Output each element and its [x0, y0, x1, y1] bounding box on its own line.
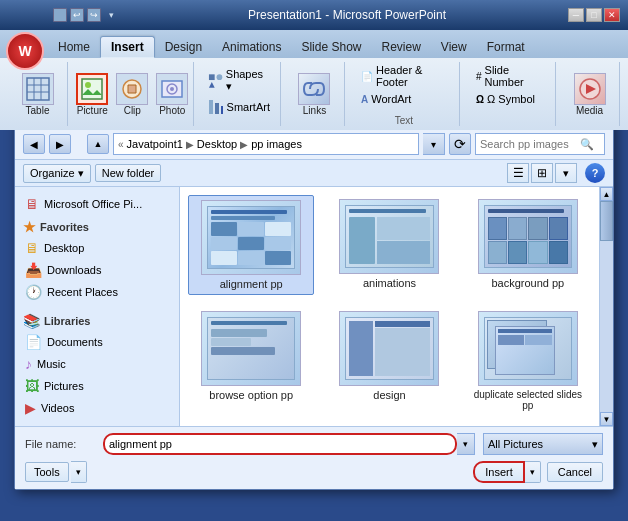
link-button[interactable]: Links: [296, 71, 332, 118]
close-button[interactable]: ✕: [604, 8, 620, 22]
help-button[interactable]: ?: [585, 163, 605, 183]
insert-button-wrap: Insert ▾: [473, 461, 541, 483]
wordart-button[interactable]: A WordArt: [357, 91, 415, 107]
filename-input[interactable]: [103, 433, 457, 455]
sidebar-item-documents-label: Documents: [47, 336, 103, 348]
svg-point-6: [85, 82, 91, 88]
symbol-button[interactable]: Ω Ω Symbol: [472, 91, 539, 107]
office-button[interactable]: W: [6, 32, 44, 70]
desktop-icon: 🖥: [25, 240, 39, 256]
table-label: Table: [26, 105, 50, 116]
libraries-icon: 📚: [23, 313, 40, 329]
breadcrumb-item-3[interactable]: pp images: [251, 138, 302, 150]
table-button[interactable]: Table: [20, 71, 56, 118]
sidebar-item-desktop-label: Desktop: [44, 242, 84, 254]
pictures-icon: 🖼: [25, 378, 39, 394]
file-label-background: background pp: [491, 277, 564, 289]
file-thumb-browse: [201, 311, 301, 386]
address-dropdown[interactable]: ▾: [423, 133, 445, 155]
file-item-duplicate[interactable]: duplicate selected slides pp: [465, 307, 591, 415]
cancel-label: Cancel: [558, 466, 592, 478]
sidebar-item-recent[interactable]: 🕐 Recent Places: [15, 281, 179, 303]
file-item-design[interactable]: design: [326, 307, 452, 415]
quick-undo-icon[interactable]: ↩: [70, 8, 84, 22]
insert-arrow-button[interactable]: ▾: [525, 461, 541, 483]
header-footer-button[interactable]: 📄 Header & Footer: [357, 62, 451, 90]
photo-button[interactable]: Photo: [154, 71, 190, 118]
back-button[interactable]: ◀: [23, 134, 45, 154]
links-label: Links: [303, 105, 326, 116]
documents-icon: 📄: [25, 334, 42, 350]
sidebar-item-msoffice[interactable]: 🖥 Microsoft Office Pi...: [15, 193, 179, 215]
quick-redo-icon[interactable]: ↪: [87, 8, 101, 22]
file-thumb-background: [478, 199, 578, 274]
minimize-button[interactable]: ─: [568, 8, 584, 22]
tools-arrow-button[interactable]: ▾: [71, 461, 87, 483]
file-label-animations: animations: [363, 277, 416, 289]
organize-button[interactable]: Organize ▾: [23, 164, 91, 183]
media-button[interactable]: Media: [572, 71, 608, 118]
msoffice-icon: 🖥: [25, 196, 39, 212]
filetype-dropdown[interactable]: All Pictures ▾: [483, 433, 603, 455]
shapes-button[interactable]: Shapes ▾: [204, 66, 274, 95]
photo-label: Photo: [159, 105, 185, 116]
tab-view[interactable]: View: [431, 36, 477, 58]
file-item-alignment[interactable]: alignment pp ←: [188, 195, 314, 295]
breadcrumb-item-2-label: Desktop: [197, 138, 237, 150]
smartart-button[interactable]: SmartArt: [204, 97, 274, 117]
ribbon-group-images: Picture Clip: [72, 62, 194, 126]
customize-icon[interactable]: ▾: [104, 8, 118, 22]
clip-button[interactable]: Clip: [114, 71, 150, 118]
videos-icon: ▶: [25, 400, 36, 416]
tab-home[interactable]: Home: [48, 36, 100, 58]
scrollbar-down-button[interactable]: ▼: [600, 412, 613, 426]
breadcrumb-item-2[interactable]: Desktop: [197, 138, 237, 150]
sidebar-item-downloads[interactable]: 📥 Downloads: [15, 259, 179, 281]
quick-save-icon[interactable]: [53, 8, 67, 22]
tab-slideshow[interactable]: Slide Show: [291, 36, 371, 58]
sidebar-item-documents[interactable]: 📄 Documents: [15, 331, 179, 353]
breadcrumb-item-1[interactable]: Javatpoint1: [127, 138, 183, 150]
tools-button[interactable]: Tools: [25, 462, 69, 482]
tab-animations[interactable]: Animations: [212, 36, 291, 58]
view-list-button[interactable]: ☰: [507, 163, 529, 183]
dialog-files-area: alignment pp ←: [180, 187, 599, 426]
dialog-main-area: 🖥 Microsoft Office Pi... ★ Favorites 🖥 D…: [15, 187, 613, 426]
refresh-button[interactable]: ⟳: [449, 133, 471, 155]
insert-button[interactable]: Insert: [473, 461, 525, 483]
picture-button[interactable]: Picture: [74, 71, 110, 118]
filename-dropdown-button[interactable]: ▾: [457, 433, 475, 455]
file-thumb-duplicate: [478, 311, 578, 386]
tab-insert[interactable]: Insert: [100, 36, 155, 58]
tab-design[interactable]: Design: [155, 36, 212, 58]
scrollbar-thumb[interactable]: [600, 201, 613, 241]
file-item-animations[interactable]: animations: [326, 195, 452, 295]
view-dropdown-button[interactable]: ▾: [555, 163, 577, 183]
insert-label: Insert: [485, 466, 513, 478]
forward-button[interactable]: ▶: [49, 134, 71, 154]
slide-number-button[interactable]: # Slide Number: [472, 62, 547, 90]
sidebar-item-desktop[interactable]: 🖥 Desktop: [15, 237, 179, 259]
favorites-section: ★ Favorites: [15, 215, 179, 237]
restore-button[interactable]: □: [586, 8, 602, 22]
scrollbar-up-button[interactable]: ▲: [600, 187, 613, 201]
new-folder-button[interactable]: New folder: [95, 164, 162, 182]
tab-review[interactable]: Review: [371, 36, 430, 58]
up-button[interactable]: ▲: [87, 134, 109, 154]
buttons-row: Tools ▾ Insert ▾ Cancel: [25, 461, 603, 483]
scrollbar-track[interactable]: [600, 201, 613, 412]
picture-icon: [76, 73, 108, 105]
cancel-button[interactable]: Cancel: [547, 462, 603, 482]
file-item-background[interactable]: background pp: [465, 195, 591, 295]
tab-format[interactable]: Format: [477, 36, 535, 58]
sidebar-item-pictures[interactable]: 🖼 Pictures: [15, 375, 179, 397]
svg-rect-14: [209, 100, 213, 114]
view-details-button[interactable]: ⊞: [531, 163, 553, 183]
address-bar: « Javatpoint1 ▶ Desktop ▶ pp images: [113, 133, 419, 155]
dialog-sidebar: 🖥 Microsoft Office Pi... ★ Favorites 🖥 D…: [15, 187, 180, 426]
sidebar-item-videos[interactable]: ▶ Videos: [15, 397, 179, 419]
sidebar-item-music[interactable]: ♪ Music: [15, 353, 179, 375]
search-input[interactable]: [480, 138, 580, 150]
file-item-browse[interactable]: browse option pp: [188, 307, 314, 415]
svg-rect-15: [215, 103, 219, 114]
